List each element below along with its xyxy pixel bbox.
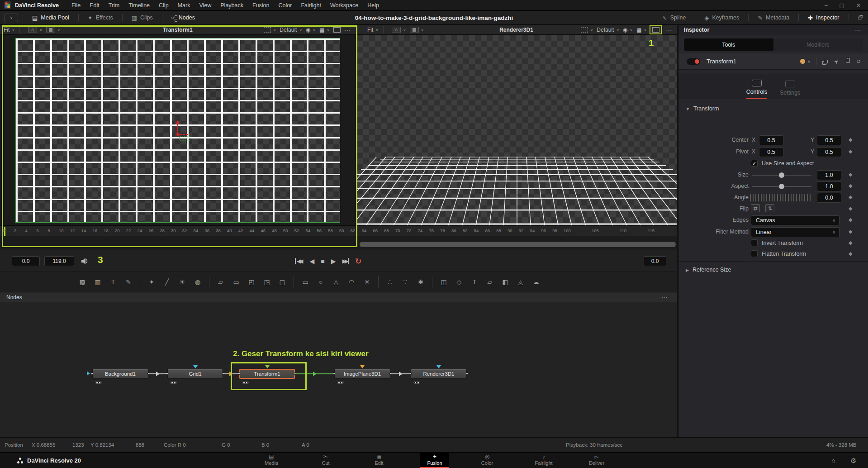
letterbox-tool-icon[interactable]: ◰ <box>245 276 258 288</box>
aspect-field[interactable]: 1.0 <box>817 181 841 191</box>
menu-item-fairlight[interactable]: Fairlight <box>296 0 325 11</box>
toolbar-effects-button[interactable]: ✦Effects <box>83 11 118 25</box>
transform-tool-icon[interactable]: ▢ <box>276 276 289 288</box>
use-size-aspect-checkbox[interactable]: ✓ <box>751 160 758 167</box>
left-viewer-zoom-button[interactable]: Fit∨ <box>4 27 15 33</box>
glow-tool-icon[interactable]: ☀ <box>176 276 189 288</box>
filter-method-dropdown[interactable]: Linear∨ <box>751 227 840 237</box>
flip-vertical-button[interactable]: ⇅ <box>765 204 774 212</box>
toolbar-inspector-button[interactable]: ✚Inspector <box>803 11 844 25</box>
directional-blur-tool-icon[interactable]: ╱ <box>161 276 173 288</box>
shape3d-tool-icon[interactable]: ◇ <box>453 276 465 288</box>
left-viewer-subview-button[interactable] <box>333 27 341 33</box>
toolbar-media-pool-button[interactable]: ▤Media Pool <box>28 11 74 25</box>
spotlight-tool-icon[interactable]: ◬ <box>514 276 527 288</box>
play-button[interactable]: ▶ <box>331 258 336 265</box>
menu-item-fusion[interactable]: Fusion <box>248 0 274 11</box>
minimize-button[interactable]: – <box>825 2 828 9</box>
right-viewer-options-button[interactable]: ⋯ <box>666 26 673 33</box>
right-viewer-split-wipe-button[interactable]: ◉∨ <box>623 27 633 33</box>
text3d-tool-icon[interactable]: T <box>468 276 481 288</box>
left-viewer-split-wipe-button[interactable]: ◉∨ <box>306 27 316 33</box>
menu-item-help[interactable]: Help <box>363 0 384 11</box>
flip-horizontal-button[interactable]: ⇄ <box>751 204 760 212</box>
lock-icon[interactable] <box>846 60 850 63</box>
menu-item-mark[interactable]: Mark <box>173 0 195 11</box>
go-to-end-button[interactable]: ▶▶ <box>342 258 349 264</box>
keyframe-icon[interactable]: ◆ <box>849 205 852 211</box>
play-reverse-button[interactable]: ◀ <box>309 258 314 265</box>
angle-field[interactable]: 0.0 <box>817 193 841 203</box>
blur-tool-icon[interactable]: ◍ <box>191 276 204 288</box>
keyframe-icon[interactable]: ◆ <box>849 240 852 246</box>
camera3d-tool-icon[interactable]: ◧ <box>499 276 512 288</box>
pivot-x-field[interactable]: 0.5 <box>759 147 783 157</box>
pemitter-tool-icon[interactable]: ∴ <box>384 276 396 288</box>
left-viewer-options-button[interactable]: ⋯ <box>344 26 351 33</box>
right-viewer-subview-button[interactable] <box>650 25 662 34</box>
node-imageplane3d1[interactable]: ImagePlane3D1 <box>334 369 390 379</box>
pin-icon[interactable]: ➤ <box>832 57 840 65</box>
right-viewer-guides-button[interactable]: ▦∨ <box>636 27 647 33</box>
go-to-start-button[interactable]: ◀◀ <box>295 258 303 264</box>
toolbar-spline-button[interactable]: ∿Spline <box>658 11 691 25</box>
pmerge-tool-icon[interactable]: ∵ <box>399 276 412 288</box>
node-output-port[interactable] <box>466 372 468 375</box>
right-viewer-zoom-button[interactable]: Fit∨ <box>367 27 379 33</box>
keyframe-icon[interactable]: ◆ <box>849 183 852 189</box>
node-enable-toggle[interactable] <box>687 58 700 65</box>
node-graph-canvas[interactable]: Background1Grid1Transform1ImagePlane3D1R… <box>0 302 677 437</box>
left-viewer-guides-button[interactable]: ▦∨ <box>319 27 330 33</box>
keyframe-icon[interactable]: ◆ <box>849 217 852 223</box>
transform-center-handle[interactable] <box>165 116 192 142</box>
right-viewer-lut-button[interactable]: Default∨ <box>597 27 619 33</box>
prender-tool-icon[interactable]: ✱ <box>414 276 427 288</box>
resize-tool-icon[interactable]: ◳ <box>261 276 273 288</box>
left-viewer-lut-button[interactable]: Default∨ <box>280 27 302 33</box>
menu-item-workspace[interactable]: Workspace <box>326 0 363 11</box>
menu-item-playback[interactable]: Playback <box>216 0 248 11</box>
toolbar-nodes-button[interactable]: Nodes <box>167 11 199 25</box>
crop-tool-icon[interactable]: ▭ <box>230 276 242 288</box>
keyframe-icon[interactable]: ◆ <box>849 148 852 154</box>
menu-item-edit[interactable]: Edit <box>85 0 104 11</box>
menu-item-timeline[interactable]: Timeline <box>124 0 154 11</box>
inspector-options-button[interactable]: ⋯ <box>855 26 862 33</box>
duration-field[interactable]: 119.0 <box>44 256 74 266</box>
background-tool-icon[interactable]: ▩ <box>76 276 89 288</box>
corner-positioner-tool-icon[interactable]: ▱ <box>214 276 227 288</box>
page-deliver[interactable]: ▻Deliver <box>582 453 611 468</box>
chevron-down-icon[interactable]: ∨ <box>807 59 811 64</box>
keyframe-icon[interactable]: ◆ <box>849 251 852 257</box>
text-plus-tool-icon[interactable]: T <box>107 276 119 288</box>
toolbar-clips-button[interactable]: ▥Clips <box>127 11 157 25</box>
page-color[interactable]: ◎Color <box>473 453 502 468</box>
loop-button[interactable]: ↻ <box>355 257 361 266</box>
subtab-controls[interactable]: Controls <box>746 80 768 99</box>
right-viewer-canvas[interactable] <box>357 35 677 225</box>
keyframe-icon[interactable]: ◆ <box>849 194 852 200</box>
transform-section-header[interactable]: ▼Transform <box>686 105 719 112</box>
aspect-slider[interactable] <box>752 186 811 187</box>
page-fusion[interactable]: ✦Fusion <box>420 453 449 468</box>
copy-settings-icon[interactable] <box>824 60 828 63</box>
merge3d-tool-icon[interactable]: ◫ <box>437 276 450 288</box>
flatten-transform-checkbox[interactable] <box>751 250 758 257</box>
angle-thumbwheel[interactable] <box>750 194 812 201</box>
edges-dropdown[interactable]: Canvas∨ <box>751 215 840 225</box>
render-time-field[interactable]: 0.0 <box>644 256 666 266</box>
close-button[interactable]: ✕ <box>856 2 861 9</box>
bspline-mask-tool-icon[interactable]: ◠ <box>345 276 358 288</box>
imageplane3d-tool-icon[interactable]: ▱ <box>484 276 496 288</box>
size-field[interactable]: 1.0 <box>817 170 841 180</box>
toolbar-metadata-button[interactable]: ✎Metadata <box>753 11 794 25</box>
polygon-mask-tool-icon[interactable]: △ <box>330 276 342 288</box>
right-viewer-roi-button[interactable]: ∨ <box>581 27 593 33</box>
playhead[interactable] <box>4 227 5 236</box>
sharpen-tool-icon[interactable]: ✦ <box>145 276 158 288</box>
interface-layout-button[interactable]: ∨ <box>5 14 18 22</box>
rectangle-mask-tool-icon[interactable]: ▭ <box>299 276 312 288</box>
menu-item-trim[interactable]: Trim <box>104 0 124 11</box>
audio-mute-button[interactable] <box>81 258 90 265</box>
node-renderer3d1[interactable]: Renderer3D1 <box>411 369 467 379</box>
